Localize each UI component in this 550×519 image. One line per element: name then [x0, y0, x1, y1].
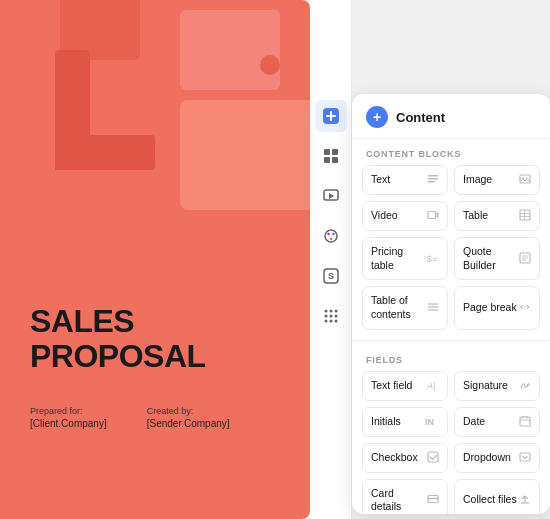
- svg-point-18: [324, 320, 327, 323]
- svg-rect-1: [324, 149, 330, 155]
- doc-title: SALES PROPOSAL: [30, 304, 206, 374]
- page-break-icon: [519, 301, 531, 315]
- sidebar-icon-apps[interactable]: [315, 300, 347, 332]
- sidebar-icon-blocks[interactable]: [315, 140, 347, 172]
- checkbox-icon: [427, 451, 439, 465]
- svg-rect-27: [520, 210, 530, 220]
- block-toc[interactable]: Table of contents: [362, 286, 448, 329]
- video-icon: [427, 209, 439, 223]
- svg-point-17: [334, 315, 337, 318]
- svg-point-12: [324, 310, 327, 313]
- block-video[interactable]: Video: [362, 201, 448, 231]
- svg-text:A|: A|: [427, 381, 435, 391]
- block-card-details[interactable]: Card details: [362, 479, 448, 514]
- dropdown-icon: [519, 451, 531, 465]
- deco-dot: [260, 55, 280, 75]
- block-dropdown[interactable]: Dropdown: [454, 443, 540, 473]
- svg-point-19: [329, 320, 332, 323]
- text-field-icon: A|: [427, 379, 439, 393]
- block-checkbox[interactable]: Checkbox: [362, 443, 448, 473]
- signature-icon: [519, 379, 531, 393]
- block-quote-builder[interactable]: Quote Builder: [454, 237, 540, 280]
- block-date[interactable]: Date: [454, 407, 540, 437]
- date-icon: [519, 415, 531, 429]
- svg-point-7: [327, 233, 329, 235]
- sidebar-icon-palette[interactable]: [315, 220, 347, 252]
- block-signature[interactable]: Signature: [454, 371, 540, 401]
- svg-rect-4: [332, 157, 338, 163]
- sidebar: S: [310, 0, 352, 519]
- sidebar-icon-media[interactable]: [315, 180, 347, 212]
- block-initials[interactable]: Initials IN: [362, 407, 448, 437]
- toc-icon: [427, 301, 439, 315]
- doc-meta: Prepared for: [Client.Company] Created b…: [30, 406, 230, 429]
- content-panel: + Content CONTENT BLOCKS Text Image Vide…: [352, 94, 550, 514]
- block-collect-files[interactable]: Collect files: [454, 479, 540, 514]
- svg-text:IN: IN: [425, 417, 434, 427]
- svg-rect-21: [428, 175, 438, 177]
- svg-point-13: [329, 310, 332, 313]
- initials-icon: IN: [425, 415, 439, 429]
- quote-icon: [519, 252, 531, 266]
- svg-point-15: [324, 315, 327, 318]
- block-image[interactable]: Image: [454, 165, 540, 195]
- block-text-field[interactable]: Text field A|: [362, 371, 448, 401]
- svg-rect-2: [332, 149, 338, 155]
- panel-add-button[interactable]: +: [366, 106, 388, 128]
- svg-point-9: [329, 238, 331, 240]
- svg-point-8: [332, 233, 334, 235]
- svg-point-16: [329, 315, 332, 318]
- svg-rect-3: [324, 157, 330, 163]
- collect-files-icon: [519, 493, 531, 507]
- section-label-content: CONTENT BLOCKS: [352, 139, 550, 165]
- content-blocks-grid: Text Image Video Table Pricing table: [352, 165, 550, 336]
- svg-point-20: [334, 320, 337, 323]
- svg-text:S: S: [327, 271, 333, 281]
- svg-rect-43: [520, 417, 530, 426]
- document-preview: SALES PROPOSAL Prepared for: [Client.Com…: [0, 0, 310, 519]
- svg-rect-24: [520, 175, 530, 183]
- svg-point-14: [334, 310, 337, 313]
- panel-title: Content: [396, 110, 445, 125]
- text-icon: [427, 173, 439, 187]
- svg-rect-22: [428, 178, 438, 180]
- block-pricing-table[interactable]: Pricing table $=: [362, 237, 448, 280]
- table-icon: [519, 209, 531, 223]
- deco-rect-right: [180, 10, 280, 90]
- block-page-break[interactable]: Page break: [454, 286, 540, 329]
- doc-meta-sender: Created by: [Sender.Company]: [147, 406, 230, 429]
- svg-rect-23: [428, 181, 435, 183]
- pricing-icon: $=: [427, 252, 439, 266]
- deco-shape-L: [55, 50, 155, 170]
- svg-text:$=: $=: [427, 254, 437, 264]
- panel-header: + Content: [352, 94, 550, 139]
- fields-grid: Text field A| Signature Initials IN Date…: [352, 371, 550, 514]
- doc-meta-client: Prepared for: [Client.Company]: [30, 406, 107, 429]
- block-table[interactable]: Table: [454, 201, 540, 231]
- svg-rect-48: [520, 453, 530, 461]
- card-icon: [427, 493, 439, 507]
- sidebar-icon-dollar[interactable]: S: [315, 260, 347, 292]
- divider: [352, 340, 550, 341]
- svg-rect-26: [428, 212, 436, 219]
- section-label-fields: FIELDS: [352, 345, 550, 371]
- sidebar-icon-add[interactable]: [315, 100, 347, 132]
- image-icon: [519, 173, 531, 187]
- block-text[interactable]: Text: [362, 165, 448, 195]
- deco-pink-rect: [180, 100, 310, 210]
